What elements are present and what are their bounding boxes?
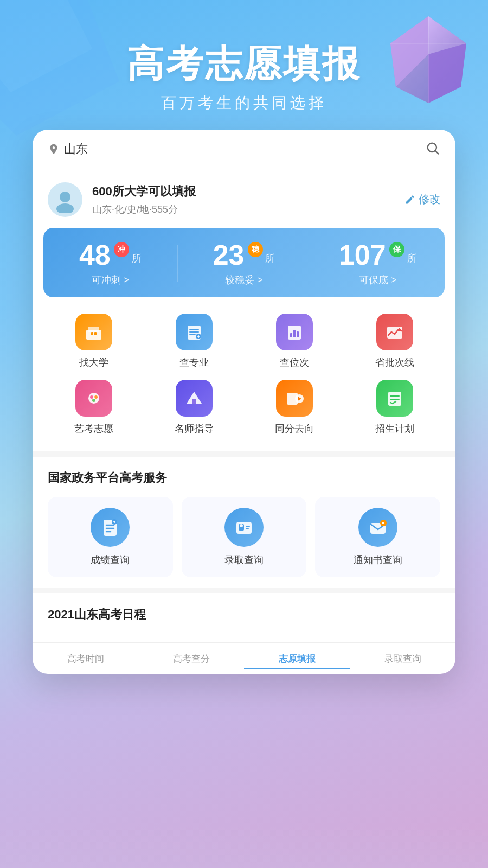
- main-card: 山东 600所大学可以填报 山东·化/史/地·555分: [33, 130, 455, 674]
- tab-volunteer[interactable]: 志原填报: [244, 649, 350, 669]
- svg-point-51: [240, 524, 243, 527]
- menu-province-line[interactable]: 省批次线: [368, 314, 422, 369]
- svg-rect-53: [246, 528, 249, 529]
- svg-rect-13: [88, 327, 99, 332]
- same-score-label: 同分去向: [275, 422, 314, 435]
- menu-find-major[interactable]: 查专业: [167, 314, 221, 369]
- user-profile: 山东·化/史/地·555分: [92, 203, 196, 216]
- stat-stable-badge: 稳: [248, 242, 263, 257]
- avatar: [48, 182, 82, 217]
- admission-query-icon: [224, 508, 264, 547]
- menu-row-1: 找大学 查专业: [43, 314, 445, 369]
- teacher-guide-icon: [176, 380, 213, 417]
- find-major-label: 查专业: [179, 356, 209, 369]
- score-query-label: 成绩查询: [91, 553, 130, 566]
- sub-title: 百万考生的共同选择: [0, 93, 488, 113]
- tab-score-check-label: 高考查分: [173, 654, 210, 664]
- province-line-icon: [376, 314, 413, 350]
- section-divider-2: [33, 588, 455, 593]
- svg-line-9: [435, 151, 438, 154]
- art-exam-label: 艺考志愿: [74, 422, 113, 435]
- stats-banner: 48 冲 所 可冲刺 > 23 稳 所 较稳妥 > 107 保 所 可保底 >: [43, 228, 445, 297]
- service-notice-query[interactable]: 通知书查询: [315, 497, 440, 577]
- same-score-icon: [276, 380, 313, 417]
- find-university-label: 找大学: [79, 356, 108, 369]
- stat-safe-number: 107: [339, 241, 386, 269]
- stat-rush-number: 48: [79, 241, 111, 269]
- universities-count: 600所大学可以填报: [92, 183, 196, 200]
- schedule-section: 2021山东高考日程: [33, 593, 455, 642]
- user-details: 600所大学可以填报 山东·化/史/地·555分: [92, 183, 196, 216]
- svg-point-11: [56, 203, 74, 213]
- service-section: 国家政务平台高考服务 成绩查询: [33, 457, 455, 588]
- schedule-section-title: 2021山东高考日程: [48, 607, 440, 623]
- edit-button[interactable]: 修改: [404, 192, 440, 207]
- svg-point-10: [60, 192, 70, 202]
- bottom-tabs: 高考时间 高考查分 志原填报 录取查询: [33, 642, 455, 674]
- notice-query-icon: [358, 508, 397, 547]
- stat-rush-label: 可冲刺 >: [43, 273, 177, 286]
- user-info-section: 600所大学可以填报 山东·化/史/地·555分 修改: [33, 169, 455, 228]
- tab-score-check[interactable]: 高考查分: [138, 649, 244, 669]
- user-left: 600所大学可以填报 山东·化/史/地·555分: [48, 182, 196, 217]
- bottom-gradient: [0, 825, 488, 868]
- province-line-label: 省批次线: [375, 356, 414, 369]
- check-rank-icon: [276, 314, 313, 350]
- stat-safe-unit: 所: [407, 252, 417, 265]
- section-divider-1: [33, 451, 455, 457]
- svg-rect-26: [297, 331, 299, 337]
- svg-point-33: [93, 397, 95, 399]
- svg-rect-27: [387, 327, 402, 339]
- tab-admission-label: 录取查询: [384, 654, 421, 664]
- svg-rect-52: [246, 526, 250, 527]
- enrollment-icon: [376, 380, 413, 417]
- tab-exam-time-label: 高考时间: [67, 654, 104, 664]
- service-score-query[interactable]: 成绩查询: [48, 497, 173, 577]
- service-grid: 成绩查询 录取查询: [48, 497, 440, 577]
- tab-exam-time[interactable]: 高考时间: [33, 649, 138, 669]
- svg-rect-35: [192, 399, 196, 404]
- stat-stable-label: 较稳妥 >: [177, 273, 311, 286]
- service-admission-query[interactable]: 录取查询: [182, 497, 307, 577]
- stat-rush-unit: 所: [132, 252, 142, 265]
- service-section-title: 国家政务平台高考服务: [48, 470, 440, 486]
- tab-admission[interactable]: 录取查询: [350, 649, 455, 669]
- stat-rush[interactable]: 48 冲 所 可冲刺 >: [43, 241, 177, 286]
- menu-art-exam[interactable]: 艺考志愿: [67, 380, 121, 435]
- menu-grid: 找大学 查专业: [33, 308, 455, 451]
- score-query-icon: [91, 508, 130, 547]
- teacher-guide-label: 名师指导: [175, 422, 214, 435]
- menu-find-university[interactable]: 找大学: [67, 314, 121, 369]
- location-text: 山东: [64, 141, 88, 157]
- art-exam-icon: [75, 380, 112, 417]
- find-major-icon: [176, 314, 213, 350]
- stat-stable[interactable]: 23 稳 所 较稳妥 >: [177, 241, 311, 286]
- header-area: 高考志愿填报 百万考生的共同选择: [0, 0, 488, 130]
- admission-query-label: 录取查询: [224, 553, 264, 566]
- location-icon: [48, 143, 60, 155]
- svg-rect-25: [293, 330, 296, 337]
- stat-rush-badge: 冲: [114, 242, 129, 257]
- menu-enrollment[interactable]: 招生计划: [368, 380, 422, 435]
- location-display[interactable]: 山东: [48, 141, 88, 157]
- tab-volunteer-label: 志原填报: [279, 654, 316, 664]
- menu-teacher-guide[interactable]: 名师指导: [167, 380, 221, 435]
- svg-rect-15: [94, 332, 97, 335]
- menu-row-2: 艺考志愿 名师指导 同: [43, 380, 445, 435]
- menu-same-score[interactable]: 同分去向: [267, 380, 322, 435]
- edit-label: 修改: [419, 192, 440, 207]
- notice-query-label: 通知书查询: [354, 553, 402, 566]
- search-icon[interactable]: [425, 141, 440, 158]
- stat-stable-unit: 所: [265, 252, 275, 265]
- search-bar: 山东: [33, 130, 455, 169]
- stat-safe[interactable]: 107 保 所 可保底 >: [311, 241, 445, 286]
- svg-rect-24: [290, 333, 292, 337]
- stat-safe-badge: 保: [389, 242, 404, 257]
- main-title: 高考志愿填报: [0, 43, 488, 84]
- edit-icon: [404, 194, 415, 205]
- stat-stable-number: 23: [213, 241, 245, 269]
- stat-safe-label: 可保底 >: [311, 273, 445, 286]
- menu-check-rank[interactable]: 查位次: [267, 314, 322, 369]
- svg-rect-14: [91, 332, 93, 335]
- enrollment-label: 招生计划: [375, 422, 414, 435]
